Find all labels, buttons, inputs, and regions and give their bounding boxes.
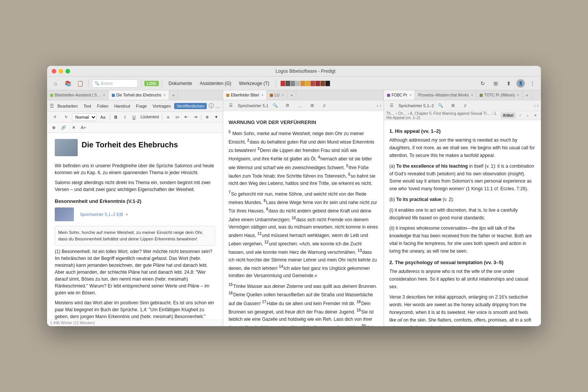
editor-content[interactable]: Die Torheit des Ehebruchs Wir befinden u… (47, 133, 223, 319)
new-doc-btn[interactable]: ⊕ (49, 124, 58, 131)
text-btn[interactable]: Text (81, 103, 93, 109)
more-options-icon[interactable]: … (215, 101, 220, 111)
bearbeiten-btn[interactable]: Bearbeiten (55, 103, 80, 109)
middle-next-arrow[interactable]: › (380, 103, 381, 108)
minimize-button[interactable] (59, 69, 63, 74)
indent-left-btn[interactable]: ⇤ (182, 113, 191, 121)
toolbar-right: ↻ ⊞ ⬆ 👤 ⋮ (477, 78, 538, 89)
artikel-btn[interactable]: Artikel (501, 113, 516, 118)
info-icon[interactable]: ⓘ (209, 101, 214, 111)
redo-icon[interactable]: ↻ (61, 112, 72, 122)
right-prev-arrow[interactable]: ‹ (534, 103, 536, 108)
italic-btn[interactable]: I (121, 113, 129, 121)
commentary-content[interactable]: 1. His appeal (vv. 1–2) Although address… (384, 120, 541, 326)
tab-torheit[interactable]: Die Torheit des Ehebruchs × (109, 90, 169, 100)
middle-more-icon[interactable]: … (294, 100, 305, 111)
right-settings-icon[interactable]: ⊞ (448, 100, 458, 111)
tab-bibelstellen[interactable]: Bibelstellen-Assistent | Sprichwörter 5,… (47, 90, 109, 100)
editor-toolbar: ☰ Bearbeiten Text Folien Handout Frage V… (47, 100, 223, 112)
swatch-red[interactable] (281, 81, 285, 86)
middle-search-icon[interactable]: 🔍 (270, 100, 281, 111)
close-button[interactable] (52, 69, 56, 74)
swatch-light[interactable] (296, 81, 300, 86)
font-up-btn[interactable]: A+ (79, 124, 88, 131)
swatch-black[interactable] (325, 81, 330, 86)
right-link-icon[interactable]: // (460, 100, 470, 111)
tab-close-lu[interactable]: × (282, 93, 284, 97)
fmt-separator (110, 114, 110, 120)
tab-close-wisdom[interactable]: × (471, 93, 473, 97)
search-box[interactable]: 🔍 Befehl (92, 79, 138, 88)
handout-btn[interactable]: Handout (112, 103, 132, 109)
tab-lu[interactable]: LU × (267, 90, 287, 100)
middle-menu-icon[interactable]: ☰ (225, 100, 236, 111)
library-icon[interactable]: 📚 (62, 78, 73, 89)
assistenten-btn[interactable]: Assistenten (G) (197, 80, 235, 87)
tab-close-totc[interactable]: × (517, 93, 519, 97)
tab-add-right[interactable]: + (523, 90, 531, 100)
veroeffentlichen-btn[interactable]: Veröffentlichen (174, 103, 207, 109)
cross-btn[interactable]: ✕ (69, 124, 78, 131)
refresh-icon[interactable]: ↻ (477, 78, 488, 89)
swatch-yellow[interactable] (305, 81, 310, 86)
dokumente-btn[interactable]: Dokumente (165, 80, 195, 87)
layout-icon[interactable]: ⊞ (490, 78, 501, 89)
menu-icon[interactable]: ☰ (49, 101, 54, 111)
study-icon[interactable]: 📋 (75, 78, 85, 89)
indent-right-btn[interactable]: ⇥ (191, 113, 200, 121)
swatch-maroon[interactable] (315, 81, 320, 86)
bold-btn[interactable]: B (112, 113, 120, 121)
avatar-icon[interactable]: 👤 (516, 79, 525, 88)
tab-add-middle[interactable]: + (287, 90, 296, 100)
tab-close-predigt[interactable]: × (163, 93, 166, 97)
right-menu-icon[interactable]: ☰ (386, 100, 397, 111)
swatch-darkred[interactable] (310, 81, 315, 86)
home-icon[interactable]: ⌂ (50, 78, 61, 89)
undo-icon[interactable]: ↺ (49, 112, 60, 122)
tab-fobc[interactable]: FOBC Pr × (384, 90, 415, 100)
list-ordered-btn[interactable]: 1≡ (173, 113, 181, 121)
tab-totc[interactable]: TOTC Pr (Wilson) × (477, 90, 523, 100)
tab-close-elberfelder[interactable]: × (261, 93, 263, 97)
werkzeuge-btn[interactable]: Werkzeuge (T) (236, 80, 272, 87)
font-size-btn[interactable]: Aa (98, 113, 108, 121)
insert-btn[interactable]: ⊕ (203, 113, 211, 121)
underline-btn[interactable]: U (130, 113, 138, 121)
tab-elberfelder[interactable]: Elberfelder Bibel × (223, 90, 267, 100)
tab-proverbs-wisdom[interactable]: Proverbs–Wisdom that Works × (415, 90, 477, 100)
folien-btn[interactable]: Folien (95, 103, 111, 109)
tab-close-bible[interactable]: × (103, 93, 105, 97)
right-search-icon[interactable]: 🔍 (435, 100, 446, 111)
list-unordered-btn[interactable]: ≡ (164, 113, 172, 121)
swatch-dark[interactable] (286, 81, 290, 86)
tab-add-left[interactable]: + (169, 90, 178, 100)
verse-num-7: 7 (229, 190, 231, 194)
style-select[interactable]: Normal (72, 113, 96, 121)
vortragen-btn[interactable]: Vortragen (150, 103, 173, 109)
tab-close-fobc[interactable]: × (410, 93, 412, 97)
right-next-arrow[interactable]: › (537, 103, 539, 108)
formatting-bar: ↺ ↻ Normal Aa B I U Lückentext ≡ 1≡ ⇤ ⇥ … (47, 112, 223, 122)
middle-settings-icon[interactable]: ⚙ (282, 100, 293, 111)
format-more-btn[interactable]: ▼ (212, 113, 220, 121)
luckentext-btn[interactable]: Lückentext (139, 113, 160, 121)
swatch-brown[interactable] (320, 81, 325, 86)
link-btn[interactable]: 🔗 (59, 124, 68, 131)
breadcrumb-close-icon[interactable]: × (532, 112, 539, 119)
middle-link-icon[interactable]: // (319, 100, 330, 111)
swatch-orange[interactable] (301, 81, 305, 86)
maximize-button[interactable] (65, 69, 70, 74)
more-icon[interactable]: ⋮ (527, 78, 538, 89)
swatch-gray[interactable] (291, 81, 295, 86)
breadcrumb-up-icon[interactable]: ↑ (517, 112, 523, 119)
middle-prev-arrow[interactable]: ‹ (377, 103, 378, 108)
verse-num-16: 16 (229, 291, 233, 295)
verse-reference[interactable]: Sprichwörter 5,1–2 E|B ▼ (80, 211, 215, 218)
los-badge[interactable]: LOS! (144, 81, 159, 86)
frage-btn[interactable]: Frage (134, 103, 149, 109)
share-icon[interactable]: ⬆ (503, 78, 514, 89)
bible-content[interactable]: WARNUNG VOR DER VERFÜHRERIN 5 Mein Sohn,… (223, 111, 384, 326)
breadcrumb-down-icon[interactable]: ↓ (524, 112, 531, 119)
middle-layout-icon[interactable]: ⊞ (307, 100, 317, 111)
breadcrumb-bar: Th… › Ch… › A. Chapter 5: First Warning … (384, 111, 541, 120)
